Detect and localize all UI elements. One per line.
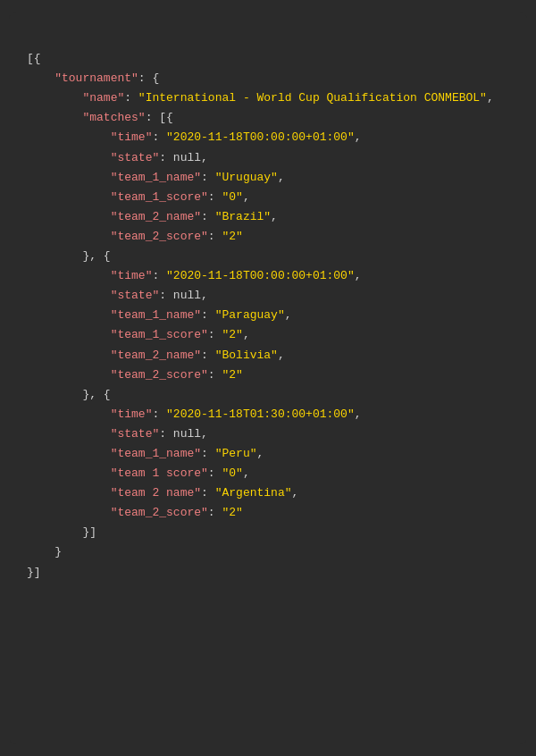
code-window: [{ "tournament": { "name": "Internationa… — [9, 12, 527, 744]
code-content: [{ "tournament": { "name": "Internationa… — [27, 29, 509, 602]
